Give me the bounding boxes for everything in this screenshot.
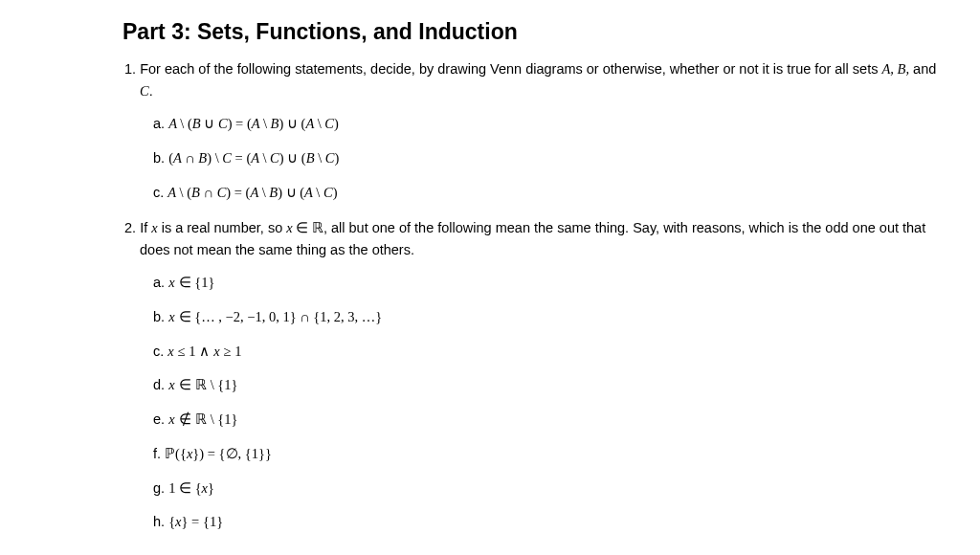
list-item: c. x ≤ 1 ∧ x ≥ 1 [153,342,942,363]
list-item: h. {x} = {1} [153,512,942,533]
item-label: b. [153,309,165,324]
item-label: b. [153,150,165,166]
list-item: b. x ∈ {… , −2, −1, 0, 1} ∩ {1, 2, 3, …} [153,307,942,328]
q2-pre: If [140,220,151,235]
q1-math2: C [140,83,149,99]
item-label: a. [153,116,165,131]
q1-number: 1. [124,61,136,77]
list-item: e. x ∉ ℝ \ {1} [153,410,942,431]
item-label: a. [153,275,165,290]
item-expr: (A ∩ B) \ C = (A \ C) ∪ (B \ C) [168,150,339,166]
list-item: g. 1 ∈ {x} [153,478,942,500]
q1-pre: For each of the following statements, de… [140,61,881,77]
list-item: c. A \ (B ∩ C) = (A \ B) ∪ (A \ C) [153,183,942,204]
item-expr: 1 ∈ {x} [168,480,214,496]
item-label: g. [153,480,165,496]
item-expr: x ∉ ℝ \ {1} [168,411,237,427]
q1-math1: A, B, [881,61,909,77]
list-item: b. (A ∩ B) \ C = (A \ C) ∪ (B \ C) [153,148,942,169]
q1-post: . [149,83,153,99]
item-expr: x ∈ {1} [168,275,214,290]
q2-mid1: is a real number, so [158,220,287,235]
question-1: 1. For each of the following statements,… [124,58,942,204]
part-title: Part 3: Sets, Functions, and Induction [122,19,942,45]
question-2-items: a. x ∈ {1} b. x ∈ {… , −2, −1, 0, 1} ∩ {… [124,273,942,533]
q1-mid: and [909,61,936,77]
item-expr: A \ (B ∩ C) = (A \ B) ∪ (A \ C) [167,185,337,200]
list-item: a. A \ (B ∪ C) = (A \ B) ∪ (A \ C) [153,114,942,135]
item-expr: A \ (B ∪ C) = (A \ B) ∪ (A \ C) [168,116,339,131]
item-label: d. [153,377,165,392]
list-item: f. ℙ({x}) = {∅, {1}} [153,444,942,465]
question-2-text: 2. If x is a real number, so x ∈ ℝ, all … [124,217,942,261]
item-label: c. [153,185,164,200]
item-label: f. [153,446,161,461]
item-expr: ℙ({x}) = {∅, {1}} [165,446,272,461]
q2-number: 2. [124,220,136,235]
item-expr: x ∈ ℝ \ {1} [168,377,237,392]
q2-expr: x ∈ ℝ [286,220,323,235]
list-item: d. x ∈ ℝ \ {1} [153,375,942,396]
item-label: h. [153,514,165,529]
question-2: 2. If x is a real number, so x ∈ ℝ, all … [124,217,942,533]
question-1-items: a. A \ (B ∪ C) = (A \ B) ∪ (A \ C) b. (A… [124,114,942,203]
question-1-text: 1. For each of the following statements,… [124,58,942,102]
item-expr: x ≤ 1 ∧ x ≥ 1 [167,344,241,359]
item-label: e. [153,411,165,427]
list-item: a. x ∈ {1} [153,273,942,294]
item-expr: {x} = {1} [168,514,223,529]
item-label: c. [153,344,164,359]
item-expr: x ∈ {… , −2, −1, 0, 1} ∩ {1, 2, 3, …} [168,309,382,324]
